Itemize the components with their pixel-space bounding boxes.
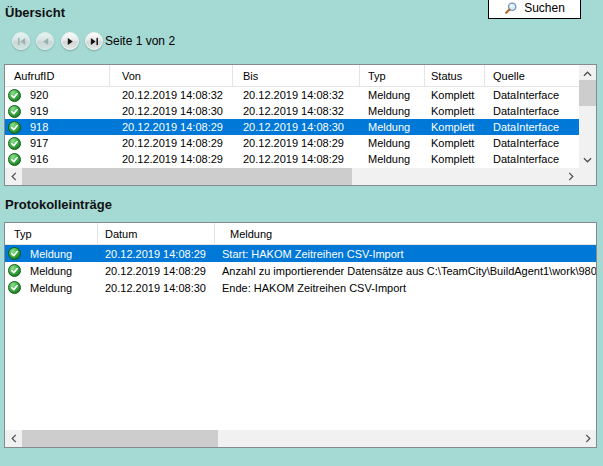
first-page-button[interactable] bbox=[12, 32, 30, 50]
cell-quelle: DataInterface bbox=[485, 105, 579, 117]
cell-aufrufid: 920 bbox=[30, 89, 48, 101]
column-header-typ[interactable]: Typ bbox=[5, 223, 98, 244]
empty-list-area bbox=[5, 296, 596, 430]
protocol-row[interactable]: Meldung 20.12.2019 14:08:29 Anzahl zu im… bbox=[5, 262, 596, 279]
table-row-selected[interactable]: 918 20.12.2019 14:08:29 20.12.2019 14:08… bbox=[5, 119, 579, 135]
vertical-scroll-thumb[interactable] bbox=[579, 80, 596, 106]
cell-von: 20.12.2019 14:08:30 bbox=[110, 105, 233, 117]
cell-typ: Meldung bbox=[360, 89, 425, 101]
success-icon bbox=[8, 247, 21, 260]
cell-status: Komplett bbox=[425, 89, 485, 101]
column-header-meldung[interactable]: Meldung bbox=[215, 223, 596, 244]
cell-datum: 20.12.2019 14:08:29 bbox=[98, 265, 215, 277]
overview-horizontal-scrollbar[interactable] bbox=[5, 168, 579, 185]
search-button-label: Suchen bbox=[524, 1, 565, 15]
success-icon bbox=[8, 105, 21, 118]
next-page-icon bbox=[66, 37, 75, 46]
scrollbar-corner bbox=[579, 168, 596, 185]
cell-bis: 20.12.2019 14:08:30 bbox=[233, 121, 360, 133]
scroll-left-icon[interactable] bbox=[5, 168, 22, 185]
column-header-typ[interactable]: Typ bbox=[360, 65, 425, 86]
cell-meldung: Anzahl zu importierender Datensätze aus … bbox=[215, 265, 596, 277]
cell-typ: Meldung bbox=[30, 265, 72, 277]
overview-vertical-scrollbar[interactable] bbox=[579, 65, 596, 168]
cell-typ: Meldung bbox=[30, 282, 72, 294]
horizontal-scroll-thumb[interactable] bbox=[22, 168, 352, 185]
cell-quelle: DataInterface bbox=[485, 137, 579, 149]
cell-von: 20.12.2019 14:08:32 bbox=[110, 89, 233, 101]
cell-quelle: DataInterface bbox=[485, 89, 579, 101]
protocol-table-header: Typ Datum Meldung bbox=[5, 223, 596, 245]
search-icon bbox=[504, 1, 518, 15]
scroll-down-icon[interactable] bbox=[579, 151, 596, 168]
last-page-icon bbox=[90, 37, 99, 46]
column-header-status[interactable]: Status bbox=[425, 65, 485, 86]
protocol-section-title: Protokolleinträge bbox=[5, 197, 112, 212]
cell-status: Komplett bbox=[425, 153, 485, 165]
cell-bis: 20.12.2019 14:08:32 bbox=[233, 105, 360, 117]
cell-bis: 20.12.2019 14:08:32 bbox=[233, 89, 360, 101]
cell-status: Komplett bbox=[425, 121, 485, 133]
protocol-horizontal-scrollbar[interactable] bbox=[5, 430, 596, 447]
next-page-button[interactable] bbox=[61, 32, 79, 50]
scroll-right-icon[interactable] bbox=[579, 430, 596, 447]
column-header-quelle[interactable]: Quelle bbox=[485, 65, 579, 86]
protocol-row[interactable]: Meldung 20.12.2019 14:08:30 Ende: HAKOM … bbox=[5, 279, 596, 296]
column-header-datum[interactable]: Datum bbox=[98, 223, 215, 244]
cell-bis: 20.12.2019 14:08:29 bbox=[233, 137, 360, 149]
scroll-left-icon[interactable] bbox=[5, 430, 22, 447]
cell-von: 20.12.2019 14:08:29 bbox=[110, 121, 233, 133]
table-row[interactable]: 916 20.12.2019 14:08:29 20.12.2019 14:08… bbox=[5, 151, 579, 167]
cell-datum: 20.12.2019 14:08:29 bbox=[98, 248, 215, 260]
app-window: Übersicht Suchen Seite 1 von 2 AufrufID bbox=[0, 0, 603, 466]
cell-aufrufid: 917 bbox=[30, 137, 48, 149]
cell-quelle: DataInterface bbox=[485, 153, 579, 165]
cell-typ: Meldung bbox=[360, 137, 425, 149]
cell-von: 20.12.2019 14:08:29 bbox=[110, 137, 233, 149]
cell-status: Komplett bbox=[425, 105, 485, 117]
table-row[interactable]: 920 20.12.2019 14:08:32 20.12.2019 14:08… bbox=[5, 87, 579, 103]
table-row[interactable]: 917 20.12.2019 14:08:29 20.12.2019 14:08… bbox=[5, 135, 579, 151]
cell-meldung: Ende: HAKOM Zeitreihen CSV-Import bbox=[215, 282, 596, 294]
success-icon bbox=[8, 264, 21, 277]
horizontal-scroll-thumb[interactable] bbox=[22, 430, 218, 447]
search-button[interactable]: Suchen bbox=[488, 0, 581, 19]
previous-page-button[interactable] bbox=[36, 32, 54, 50]
protocol-table: Typ Datum Meldung Meldung 20.12.2019 14:… bbox=[4, 222, 597, 448]
first-page-icon bbox=[17, 37, 26, 46]
cell-typ: Meldung bbox=[360, 121, 425, 133]
cell-aufrufid: 918 bbox=[30, 121, 48, 133]
scroll-right-icon[interactable] bbox=[562, 168, 579, 185]
cell-typ: Meldung bbox=[30, 248, 72, 260]
column-header-aufrufid[interactable]: AufrufID bbox=[5, 65, 110, 86]
success-icon bbox=[8, 121, 21, 134]
cell-aufrufid: 919 bbox=[30, 105, 48, 117]
last-page-button[interactable] bbox=[85, 32, 103, 50]
overview-section-title: Übersicht bbox=[5, 5, 65, 20]
cell-status: Komplett bbox=[425, 137, 485, 149]
column-header-von[interactable]: Von bbox=[110, 65, 233, 86]
column-header-bis[interactable]: Bis bbox=[233, 65, 360, 86]
success-icon bbox=[8, 153, 21, 166]
cell-typ: Meldung bbox=[360, 105, 425, 117]
success-icon bbox=[8, 89, 21, 102]
protocol-row-selected[interactable]: Meldung 20.12.2019 14:08:29 Start: HAKOM… bbox=[5, 245, 596, 262]
success-icon bbox=[8, 281, 21, 294]
overview-table-header: AufrufID Von Bis Typ Status Quelle bbox=[5, 65, 579, 87]
success-icon bbox=[8, 137, 21, 150]
page-indicator: Seite 1 von 2 bbox=[105, 34, 175, 48]
previous-page-icon bbox=[41, 37, 50, 46]
cell-meldung: Start: HAKOM Zeitreihen CSV-Import bbox=[215, 248, 596, 260]
overview-table: AufrufID Von Bis Typ Status Quelle 920 2… bbox=[4, 64, 597, 186]
cell-quelle: DataInterface bbox=[485, 121, 579, 133]
cell-von: 20.12.2019 14:08:29 bbox=[110, 153, 233, 165]
cell-datum: 20.12.2019 14:08:30 bbox=[98, 282, 215, 294]
cell-aufrufid: 916 bbox=[30, 153, 48, 165]
table-row[interactable]: 919 20.12.2019 14:08:30 20.12.2019 14:08… bbox=[5, 103, 579, 119]
cell-bis: 20.12.2019 14:08:29 bbox=[233, 153, 360, 165]
cell-typ: Meldung bbox=[360, 153, 425, 165]
